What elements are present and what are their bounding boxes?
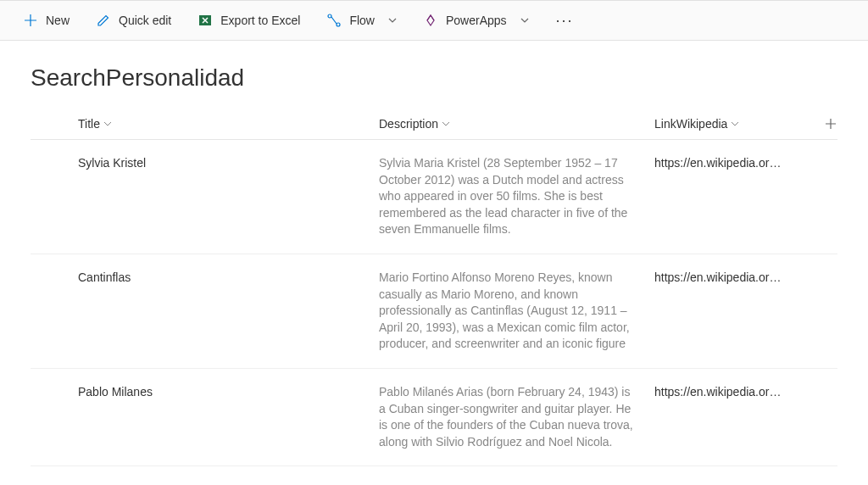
table-row[interactable]: Cantinflas Mario Fortino Alfonso Moreno … — [31, 254, 837, 369]
table-row[interactable]: Pablo Milanes Pablo Milanés Arias (born … — [31, 369, 837, 466]
column-header-title[interactable]: Title — [78, 117, 379, 131]
column-header-description[interactable]: Description — [379, 117, 654, 131]
list-table: Title Description LinkWikipedia Sylvia K… — [0, 109, 868, 466]
row-selector[interactable] — [31, 384, 78, 450]
cell-title[interactable]: Pablo Milanes — [78, 384, 379, 450]
svg-point-2 — [337, 23, 340, 26]
cell-link[interactable]: https://en.wikipedia.or… — [654, 384, 807, 450]
export-excel-button[interactable]: Export to Excel — [198, 14, 300, 27]
column-header-description-label: Description — [379, 117, 438, 131]
cell-description: Mario Fortino Alfonso Moreno Reyes, know… — [379, 270, 654, 353]
cell-link[interactable]: https://en.wikipedia.or… — [654, 270, 807, 353]
add-column-button[interactable] — [824, 117, 837, 131]
powerapps-label: PowerApps — [446, 14, 507, 27]
new-label: New — [46, 14, 70, 27]
row-selector[interactable] — [31, 270, 78, 353]
command-bar: New Quick edit Export to Excel Flow Powe… — [0, 0, 868, 41]
cell-link[interactable]: https://en.wikipedia.or… — [654, 155, 807, 238]
cell-title[interactable]: Cantinflas — [78, 270, 379, 353]
quick-edit-button[interactable]: Quick edit — [97, 14, 171, 27]
plus-icon — [24, 14, 37, 27]
quick-edit-label: Quick edit — [119, 14, 171, 27]
powerapps-button[interactable]: PowerApps — [424, 14, 529, 27]
cell-title[interactable]: Sylvia Kristel — [78, 155, 379, 238]
table-header: Title Description LinkWikipedia — [31, 109, 837, 140]
more-actions-button[interactable]: ··· — [556, 12, 574, 30]
column-header-linkwikipedia-label: LinkWikipedia — [654, 117, 727, 131]
flow-button[interactable]: Flow — [327, 14, 397, 27]
row-selector[interactable] — [31, 155, 78, 238]
chevron-down-icon — [520, 18, 529, 23]
chevron-down-icon — [103, 121, 112, 126]
flow-label: Flow — [349, 14, 375, 27]
excel-icon — [198, 14, 212, 27]
powerapps-icon — [424, 14, 437, 27]
chevron-down-icon — [442, 121, 450, 126]
cell-description: Sylvia Maria Kristel (28 September 1952 … — [379, 155, 654, 238]
cell-description: Pablo Milanés Arias (born February 24, 1… — [379, 384, 654, 450]
chevron-down-icon — [731, 121, 739, 126]
svg-point-1 — [328, 14, 331, 18]
export-excel-label: Export to Excel — [220, 14, 300, 27]
column-header-linkwikipedia[interactable]: LinkWikipedia — [654, 117, 807, 131]
flow-icon — [327, 14, 341, 27]
column-header-title-label: Title — [78, 117, 100, 131]
chevron-down-icon — [388, 18, 397, 23]
page-title: SearchPersonalidad — [0, 41, 868, 109]
table-row[interactable]: Sylvia Kristel Sylvia Maria Kristel (28 … — [31, 140, 837, 254]
new-button[interactable]: New — [24, 14, 70, 27]
pencil-icon — [97, 14, 110, 27]
